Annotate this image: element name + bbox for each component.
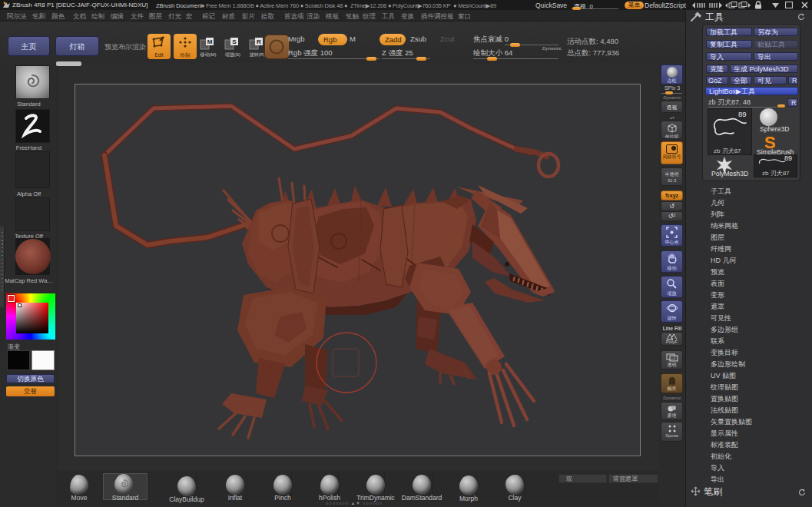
svg-text:S: S: [232, 38, 237, 45]
svg-text:R: R: [257, 38, 261, 45]
svg-text:M: M: [207, 38, 213, 45]
